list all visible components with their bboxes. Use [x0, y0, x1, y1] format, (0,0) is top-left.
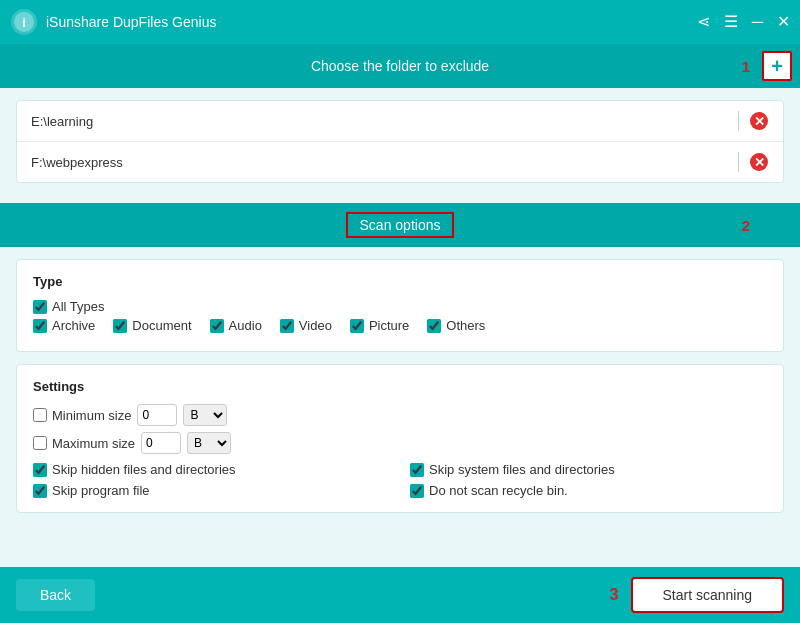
- skip-hidden-label: Skip hidden files and directories: [52, 462, 236, 477]
- min-size-value[interactable]: [137, 404, 177, 426]
- step-3-number: 3: [610, 586, 619, 604]
- app-title: iSunshare DupFiles Genius: [46, 14, 697, 30]
- minimize-button[interactable]: ─: [752, 14, 763, 30]
- min-size-row: Minimum size B KB MB GB: [33, 404, 767, 426]
- all-types-input[interactable]: [33, 300, 47, 314]
- audio-label: Audio: [229, 318, 262, 333]
- video-label: Video: [299, 318, 332, 333]
- all-types-label: All Types: [52, 299, 105, 314]
- others-checkbox[interactable]: Others: [427, 318, 485, 333]
- skip-system-label: Skip system files and directories: [429, 462, 615, 477]
- no-recycle-input[interactable]: [410, 484, 424, 498]
- folder-separator-2: [738, 152, 739, 172]
- choose-folder-header: Choose the folder to exclude 1 +: [0, 44, 800, 88]
- max-size-row: Maximum size B KB MB GB: [33, 432, 767, 454]
- settings-checkboxes-grid: Skip hidden files and directories Skip s…: [33, 462, 767, 498]
- folder-item-2: F:\webpexpress ✕: [17, 142, 783, 182]
- title-bar: i iSunshare DupFiles Genius ⋖ ☰ ─ ✕: [0, 0, 800, 44]
- skip-program-label: Skip program file: [52, 483, 150, 498]
- document-input[interactable]: [113, 319, 127, 333]
- skip-hidden-checkbox[interactable]: Skip hidden files and directories: [33, 462, 390, 477]
- folder-path-2: F:\webpexpress: [31, 155, 738, 170]
- scan-options-header: Scan options 2: [0, 203, 800, 247]
- skip-hidden-input[interactable]: [33, 463, 47, 477]
- no-recycle-label: Do not scan recycle bin.: [429, 483, 568, 498]
- skip-program-input[interactable]: [33, 484, 47, 498]
- add-folder-button[interactable]: +: [762, 51, 792, 81]
- remove-1-icon: ✕: [750, 112, 768, 130]
- choose-folder-title: Choose the folder to exclude: [311, 58, 489, 74]
- section-divider: [0, 195, 800, 203]
- video-input[interactable]: [280, 319, 294, 333]
- step-2-number: 2: [742, 217, 750, 234]
- back-button[interactable]: Back: [16, 579, 95, 611]
- share-button[interactable]: ⋖: [697, 14, 710, 30]
- all-types-checkbox[interactable]: All Types: [33, 299, 105, 314]
- picture-input[interactable]: [350, 319, 364, 333]
- svg-text:i: i: [22, 15, 26, 30]
- skip-program-checkbox[interactable]: Skip program file: [33, 483, 390, 498]
- main-content: Choose the folder to exclude 1 + E:\lear…: [0, 44, 800, 567]
- min-size-unit[interactable]: B KB MB GB: [183, 404, 227, 426]
- no-recycle-checkbox[interactable]: Do not scan recycle bin.: [410, 483, 767, 498]
- settings-section: Settings Minimum size B KB MB GB Maximum…: [16, 364, 784, 513]
- folder-separator-1: [738, 111, 739, 131]
- type-section: Type All Types Archive Document Audio: [16, 259, 784, 352]
- folder-item-1: E:\learning ✕: [17, 101, 783, 142]
- type-section-title: Type: [33, 274, 767, 289]
- max-size-label: Maximum size: [52, 436, 135, 451]
- remove-folder-1-button[interactable]: ✕: [749, 111, 769, 131]
- others-input[interactable]: [427, 319, 441, 333]
- video-checkbox[interactable]: Video: [280, 318, 332, 333]
- settings-section-title: Settings: [33, 379, 767, 394]
- step-1-number: 1: [742, 58, 750, 75]
- others-label: Others: [446, 318, 485, 333]
- remove-2-icon: ✕: [750, 153, 768, 171]
- folder-list: E:\learning ✕ F:\webpexpress ✕: [16, 100, 784, 183]
- app-logo: i: [10, 8, 38, 36]
- skip-system-checkbox[interactable]: Skip system files and directories: [410, 462, 767, 477]
- min-size-input[interactable]: [33, 408, 47, 422]
- picture-checkbox[interactable]: Picture: [350, 318, 409, 333]
- start-scanning-button[interactable]: Start scanning: [631, 577, 785, 613]
- all-types-row: All Types: [33, 299, 767, 314]
- min-size-checkbox[interactable]: Minimum size: [33, 408, 131, 423]
- remove-folder-2-button[interactable]: ✕: [749, 152, 769, 172]
- archive-input[interactable]: [33, 319, 47, 333]
- max-size-input[interactable]: [33, 436, 47, 450]
- skip-system-input[interactable]: [410, 463, 424, 477]
- document-checkbox[interactable]: Document: [113, 318, 191, 333]
- start-wrapper: 3 Start scanning: [610, 577, 784, 613]
- close-button[interactable]: ✕: [777, 14, 790, 30]
- window-controls: ⋖ ☰ ─ ✕: [697, 14, 790, 30]
- audio-checkbox[interactable]: Audio: [210, 318, 262, 333]
- picture-label: Picture: [369, 318, 409, 333]
- type-checkboxes-row: Archive Document Audio Video Picture Oth…: [33, 318, 767, 333]
- scan-options-title: Scan options: [346, 212, 455, 238]
- min-size-label: Minimum size: [52, 408, 131, 423]
- bottom-bar: Back 3 Start scanning: [0, 567, 800, 623]
- archive-label: Archive: [52, 318, 95, 333]
- menu-button[interactable]: ☰: [724, 14, 738, 30]
- document-label: Document: [132, 318, 191, 333]
- audio-input[interactable]: [210, 319, 224, 333]
- max-size-unit[interactable]: B KB MB GB: [187, 432, 231, 454]
- max-size-value[interactable]: [141, 432, 181, 454]
- archive-checkbox[interactable]: Archive: [33, 318, 95, 333]
- folder-path-1: E:\learning: [31, 114, 738, 129]
- max-size-checkbox[interactable]: Maximum size: [33, 436, 135, 451]
